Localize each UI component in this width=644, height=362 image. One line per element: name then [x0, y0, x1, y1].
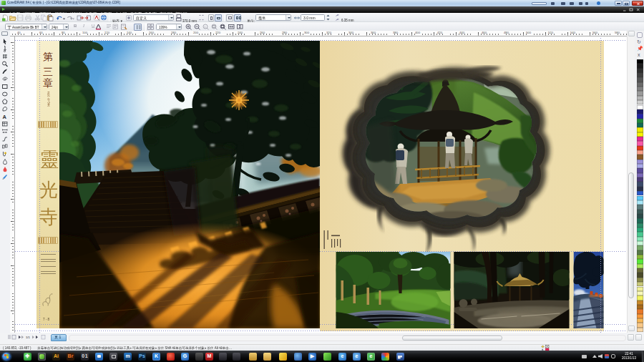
svg-text:420: 420 — [437, 31, 443, 34]
svg-text:1/1: 1/1 — [26, 336, 31, 339]
svg-text:240: 240 — [238, 31, 243, 34]
svg-text:380: 380 — [393, 31, 399, 34]
svg-text:220: 220 — [215, 31, 221, 34]
svg-text:480: 480 — [504, 31, 509, 34]
svg-text:520: 520 — [548, 31, 554, 34]
svg-text:160: 160 — [149, 31, 155, 34]
svg-text:100: 100 — [82, 31, 88, 34]
svg-text:280: 280 — [282, 31, 288, 34]
svg-text:320: 320 — [326, 31, 332, 34]
svg-text:340: 340 — [348, 31, 354, 34]
svg-text:400: 400 — [415, 31, 421, 34]
svg-text:180: 180 — [171, 31, 177, 34]
svg-text:A: A — [3, 114, 7, 120]
svg-text:120: 120 — [104, 31, 110, 34]
svg-text:460: 460 — [482, 31, 487, 34]
svg-text:260: 260 — [260, 31, 265, 34]
svg-text:300: 300 — [304, 31, 310, 34]
svg-text:40: 40 — [17, 31, 21, 34]
svg-text:200: 200 — [193, 31, 199, 34]
svg-text:580: 580 — [615, 31, 620, 34]
svg-text:1: 1 — [205, 25, 206, 28]
svg-text:500: 500 — [526, 31, 532, 34]
svg-text:140: 140 — [127, 31, 132, 34]
svg-text:60: 60 — [39, 31, 43, 34]
svg-text:440: 440 — [459, 31, 465, 34]
svg-text:360: 360 — [371, 31, 376, 34]
svg-text:80: 80 — [62, 31, 65, 34]
svg-text:560: 560 — [592, 31, 598, 34]
svg-text:540: 540 — [570, 31, 576, 34]
